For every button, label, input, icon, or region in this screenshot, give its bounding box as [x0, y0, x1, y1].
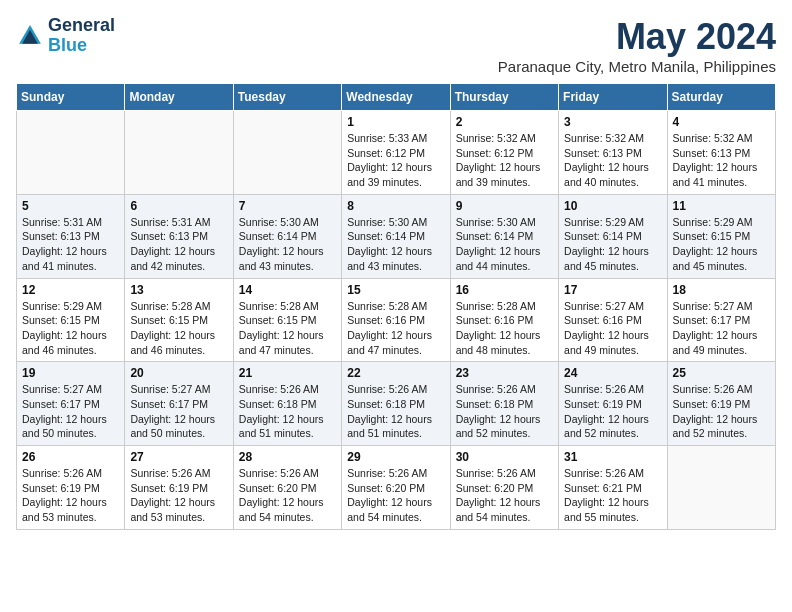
day-info: Sunrise: 5:33 AMSunset: 6:12 PMDaylight:… [347, 131, 444, 190]
day-header-tuesday: Tuesday [233, 84, 341, 111]
day-number: 15 [347, 283, 444, 297]
day-info: Sunrise: 5:28 AMSunset: 6:15 PMDaylight:… [130, 299, 227, 358]
calendar-body: 1Sunrise: 5:33 AMSunset: 6:12 PMDaylight… [17, 111, 776, 530]
day-number: 4 [673, 115, 770, 129]
day-info: Sunrise: 5:29 AMSunset: 6:15 PMDaylight:… [22, 299, 119, 358]
calendar-cell: 14Sunrise: 5:28 AMSunset: 6:15 PMDayligh… [233, 278, 341, 362]
day-number: 21 [239, 366, 336, 380]
calendar-cell: 17Sunrise: 5:27 AMSunset: 6:16 PMDayligh… [559, 278, 667, 362]
calendar-cell: 2Sunrise: 5:32 AMSunset: 6:12 PMDaylight… [450, 111, 558, 195]
calendar-week-row: 5Sunrise: 5:31 AMSunset: 6:13 PMDaylight… [17, 194, 776, 278]
calendar-cell [233, 111, 341, 195]
calendar-cell: 8Sunrise: 5:30 AMSunset: 6:14 PMDaylight… [342, 194, 450, 278]
day-number: 30 [456, 450, 553, 464]
day-number: 5 [22, 199, 119, 213]
day-info: Sunrise: 5:30 AMSunset: 6:14 PMDaylight:… [239, 215, 336, 274]
day-info: Sunrise: 5:32 AMSunset: 6:13 PMDaylight:… [564, 131, 661, 190]
day-number: 3 [564, 115, 661, 129]
day-header-sunday: Sunday [17, 84, 125, 111]
calendar-cell: 6Sunrise: 5:31 AMSunset: 6:13 PMDaylight… [125, 194, 233, 278]
day-number: 19 [22, 366, 119, 380]
day-number: 16 [456, 283, 553, 297]
day-number: 28 [239, 450, 336, 464]
day-number: 18 [673, 283, 770, 297]
calendar-cell: 18Sunrise: 5:27 AMSunset: 6:17 PMDayligh… [667, 278, 775, 362]
day-info: Sunrise: 5:26 AMSunset: 6:18 PMDaylight:… [347, 382, 444, 441]
logo-text: GeneralBlue [48, 16, 115, 56]
day-info: Sunrise: 5:26 AMSunset: 6:18 PMDaylight:… [239, 382, 336, 441]
day-info: Sunrise: 5:31 AMSunset: 6:13 PMDaylight:… [22, 215, 119, 274]
day-info: Sunrise: 5:27 AMSunset: 6:17 PMDaylight:… [673, 299, 770, 358]
day-info: Sunrise: 5:29 AMSunset: 6:14 PMDaylight:… [564, 215, 661, 274]
day-number: 11 [673, 199, 770, 213]
logo-icon [16, 22, 44, 50]
day-info: Sunrise: 5:30 AMSunset: 6:14 PMDaylight:… [347, 215, 444, 274]
day-number: 13 [130, 283, 227, 297]
calendar-cell [17, 111, 125, 195]
day-header-saturday: Saturday [667, 84, 775, 111]
calendar-cell: 19Sunrise: 5:27 AMSunset: 6:17 PMDayligh… [17, 362, 125, 446]
calendar-cell [667, 446, 775, 530]
day-number: 1 [347, 115, 444, 129]
calendar-cell: 22Sunrise: 5:26 AMSunset: 6:18 PMDayligh… [342, 362, 450, 446]
calendar-table: SundayMondayTuesdayWednesdayThursdayFrid… [16, 83, 776, 530]
day-info: Sunrise: 5:26 AMSunset: 6:19 PMDaylight:… [564, 382, 661, 441]
page-header: GeneralBlue May 2024 Paranaque City, Met… [16, 16, 776, 75]
day-info: Sunrise: 5:28 AMSunset: 6:16 PMDaylight:… [347, 299, 444, 358]
calendar-week-row: 12Sunrise: 5:29 AMSunset: 6:15 PMDayligh… [17, 278, 776, 362]
calendar-week-row: 19Sunrise: 5:27 AMSunset: 6:17 PMDayligh… [17, 362, 776, 446]
calendar-cell: 23Sunrise: 5:26 AMSunset: 6:18 PMDayligh… [450, 362, 558, 446]
day-info: Sunrise: 5:26 AMSunset: 6:19 PMDaylight:… [673, 382, 770, 441]
day-info: Sunrise: 5:26 AMSunset: 6:20 PMDaylight:… [456, 466, 553, 525]
calendar-header-row: SundayMondayTuesdayWednesdayThursdayFrid… [17, 84, 776, 111]
calendar-cell: 9Sunrise: 5:30 AMSunset: 6:14 PMDaylight… [450, 194, 558, 278]
month-title: May 2024 [498, 16, 776, 58]
calendar-cell: 20Sunrise: 5:27 AMSunset: 6:17 PMDayligh… [125, 362, 233, 446]
day-info: Sunrise: 5:32 AMSunset: 6:12 PMDaylight:… [456, 131, 553, 190]
day-number: 17 [564, 283, 661, 297]
day-number: 14 [239, 283, 336, 297]
day-number: 26 [22, 450, 119, 464]
day-header-thursday: Thursday [450, 84, 558, 111]
calendar-cell [125, 111, 233, 195]
day-info: Sunrise: 5:26 AMSunset: 6:18 PMDaylight:… [456, 382, 553, 441]
calendar-cell: 5Sunrise: 5:31 AMSunset: 6:13 PMDaylight… [17, 194, 125, 278]
day-number: 20 [130, 366, 227, 380]
calendar-cell: 16Sunrise: 5:28 AMSunset: 6:16 PMDayligh… [450, 278, 558, 362]
day-number: 25 [673, 366, 770, 380]
day-info: Sunrise: 5:26 AMSunset: 6:20 PMDaylight:… [239, 466, 336, 525]
location-subtitle: Paranaque City, Metro Manila, Philippine… [498, 58, 776, 75]
day-number: 23 [456, 366, 553, 380]
calendar-cell: 25Sunrise: 5:26 AMSunset: 6:19 PMDayligh… [667, 362, 775, 446]
title-block: May 2024 Paranaque City, Metro Manila, P… [498, 16, 776, 75]
day-info: Sunrise: 5:26 AMSunset: 6:19 PMDaylight:… [22, 466, 119, 525]
day-header-monday: Monday [125, 84, 233, 111]
day-header-friday: Friday [559, 84, 667, 111]
day-number: 10 [564, 199, 661, 213]
day-info: Sunrise: 5:27 AMSunset: 6:17 PMDaylight:… [22, 382, 119, 441]
calendar-cell: 4Sunrise: 5:32 AMSunset: 6:13 PMDaylight… [667, 111, 775, 195]
calendar-cell: 28Sunrise: 5:26 AMSunset: 6:20 PMDayligh… [233, 446, 341, 530]
day-number: 24 [564, 366, 661, 380]
day-number: 31 [564, 450, 661, 464]
day-info: Sunrise: 5:29 AMSunset: 6:15 PMDaylight:… [673, 215, 770, 274]
day-info: Sunrise: 5:30 AMSunset: 6:14 PMDaylight:… [456, 215, 553, 274]
day-number: 2 [456, 115, 553, 129]
calendar-cell: 12Sunrise: 5:29 AMSunset: 6:15 PMDayligh… [17, 278, 125, 362]
day-number: 12 [22, 283, 119, 297]
day-info: Sunrise: 5:27 AMSunset: 6:16 PMDaylight:… [564, 299, 661, 358]
day-info: Sunrise: 5:31 AMSunset: 6:13 PMDaylight:… [130, 215, 227, 274]
day-info: Sunrise: 5:26 AMSunset: 6:20 PMDaylight:… [347, 466, 444, 525]
day-info: Sunrise: 5:32 AMSunset: 6:13 PMDaylight:… [673, 131, 770, 190]
calendar-week-row: 1Sunrise: 5:33 AMSunset: 6:12 PMDaylight… [17, 111, 776, 195]
day-number: 27 [130, 450, 227, 464]
day-number: 29 [347, 450, 444, 464]
calendar-cell: 15Sunrise: 5:28 AMSunset: 6:16 PMDayligh… [342, 278, 450, 362]
calendar-cell: 11Sunrise: 5:29 AMSunset: 6:15 PMDayligh… [667, 194, 775, 278]
day-number: 9 [456, 199, 553, 213]
calendar-cell: 27Sunrise: 5:26 AMSunset: 6:19 PMDayligh… [125, 446, 233, 530]
day-info: Sunrise: 5:27 AMSunset: 6:17 PMDaylight:… [130, 382, 227, 441]
day-info: Sunrise: 5:26 AMSunset: 6:19 PMDaylight:… [130, 466, 227, 525]
day-number: 8 [347, 199, 444, 213]
day-info: Sunrise: 5:26 AMSunset: 6:21 PMDaylight:… [564, 466, 661, 525]
